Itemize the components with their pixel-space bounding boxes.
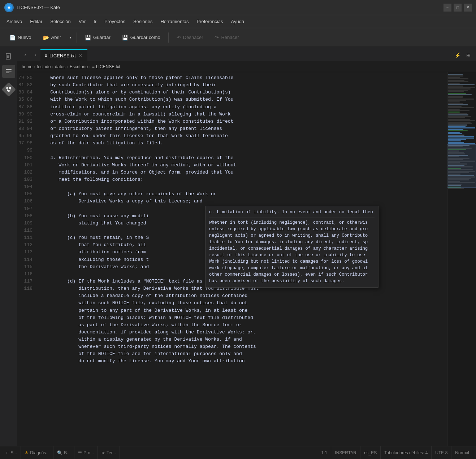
breadcrumb-home[interactable]: home [22,64,33,69]
minimap-line [448,140,461,141]
statusbar-terminal[interactable]: ⊳ Ter... [98,446,120,459]
svg-rect-6 [6,69,12,70]
minimap-line [448,137,474,139]
save-icon: 💾 [85,35,91,40]
minimap-line [448,84,475,85]
window-controls: − □ ✕ [443,4,472,12]
tooltip-line: negligent acts) or agreed to in writing,… [209,232,375,239]
minimap-line [448,101,460,102]
minimap-line [448,94,472,95]
minimize-button[interactable]: − [443,4,451,12]
minimap-line [448,113,467,114]
statusbar-language[interactable]: es_ES [360,446,381,459]
tab-prev-button[interactable]: ‹ [20,50,30,60]
menu-proyectos[interactable]: Proyectos [101,17,129,26]
minimap-line [448,103,463,104]
tooltip-line: has been advised of the possibility of s… [209,278,375,284]
minimap-line [448,80,464,81]
minimap-line [448,129,463,130]
statusbar-syntax[interactable]: Normal [451,446,473,459]
minimap-line [448,106,462,107]
minimap-line [448,77,460,78]
tab-label: LICENSE.txt [49,53,76,58]
toolbar-sep-1 [77,32,77,43]
statusbar-session[interactable]: □ S... [3,446,21,459]
statusbar-search[interactable]: 🔍 B... [53,446,74,459]
tab-lightning-button[interactable]: ⚡ [453,51,462,60]
svg-rect-7 [6,71,12,71]
tooltip-line: liable to You for damages, including any… [209,239,375,245]
minimap-line [448,132,460,133]
minimap-line [448,99,474,100]
session-icon: □ [7,450,9,455]
statusbar: □ S... ⚠ Diagnós... 🔍 B... ☰ Pro... ⊳ Te… [0,446,476,459]
minimap-line [448,83,460,84]
breadcrumb-escritorio[interactable]: Escritorio [70,64,88,69]
statusbar-project[interactable]: ☰ Pro... [74,446,98,459]
menu-editar[interactable]: Editar [26,17,46,26]
minimap-viewport [447,144,476,188]
minimap-line [448,142,464,143]
minimap-line [448,119,470,120]
minimap-line [448,78,468,79]
app-icon [4,3,14,12]
minimap-line [448,96,463,97]
minimap-line [448,120,475,121]
tab-close-button[interactable]: ✕ [78,52,83,59]
tab-license[interactable]: ≡ LICENSE.txt ✕ [40,49,87,61]
tab-bar: ‹ › ≡ LICENSE.txt ✕ ⚡ ⊞ [17,47,476,61]
tab-split-button[interactable]: ⊞ [464,51,473,60]
code-container[interactable]: 79 80 81 82 83 84 85 86 87 88 89 90 91 9… [17,72,476,446]
menu-preferencias[interactable]: Preferencias [193,17,227,26]
menu-ayuda[interactable]: Ayuda [227,17,248,26]
menu-sesiones[interactable]: Sesiones [130,17,156,26]
open-button[interactable]: 📂 Abrir [38,31,66,44]
minimap-line [448,81,468,82]
new-button[interactable]: 📄 Nuevo [4,31,36,44]
sidebar-git-icon[interactable] [2,83,15,96]
minimap-line [448,122,471,123]
sidebar-new-icon[interactable] [2,50,15,63]
statusbar-indent[interactable]: Tabuladores débiles: 4 [381,446,432,459]
tab-next-button[interactable]: › [30,50,40,60]
minimap-line [448,139,466,140]
close-button[interactable]: ✕ [464,4,472,12]
minimap-line [448,116,471,117]
minimap-line [448,127,475,128]
save-button[interactable]: 💾 Guardar [80,31,116,44]
minimap-line [448,97,463,98]
maximize-button[interactable]: □ [454,4,462,12]
hover-tooltip: c. Limitation of Liability. In no event … [205,206,378,288]
undo-button[interactable]: ↶ Deshacer [172,31,208,44]
new-icon: 📄 [9,35,16,40]
minimap[interactable] [447,72,476,446]
minimap-line [448,104,468,105]
undo-icon: ↶ [177,35,181,40]
minimap-line [448,74,463,75]
menu-herramientas[interactable]: Herramientas [157,17,192,26]
titlebar: LICENSE.txt — Kate − □ ✕ [0,0,476,15]
breadcrumb: home › teclado › datos › Escritorio › ≡ … [17,61,476,72]
sidebar-list-icon[interactable] [2,65,15,78]
line-numbers: 79 80 81 82 83 84 85 86 87 88 89 90 91 9… [17,72,36,446]
menu-ver[interactable]: Ver [75,17,90,26]
warning-icon: ⚠ [25,450,29,455]
tooltip-line: Work (including but not limited to damag… [209,258,375,265]
minimap-line [448,86,463,87]
breadcrumb-datos[interactable]: datos [55,64,65,69]
menu-archivo[interactable]: Archivo [3,17,26,26]
open-dropdown-button[interactable]: ▾ [68,31,74,44]
menu-ir[interactable]: Ir [90,17,100,26]
statusbar-mode[interactable]: INSERTAR [331,446,360,459]
tooltip-line: incidental, or consequential damages of … [209,245,375,252]
toolbar: 📄 Nuevo 📂 Abrir ▾ 💾 Guardar 💾 Guardar co… [0,28,476,47]
breadcrumb-teclado[interactable]: teclado [37,64,51,69]
save-as-button[interactable]: 💾 Guardar como [117,31,165,44]
redo-button[interactable]: ↷ Rehacer [209,31,244,44]
tooltip-line: whether in tort (including negligence), … [209,219,375,226]
menu-seleccion[interactable]: Selección [47,17,74,26]
minimap-line [448,117,465,118]
statusbar-encoding[interactable]: UTF-8 [432,446,451,459]
statusbar-diag[interactable]: ⚠ Diagnós... [21,446,53,459]
statusbar-position[interactable]: 1:1 [318,446,332,459]
